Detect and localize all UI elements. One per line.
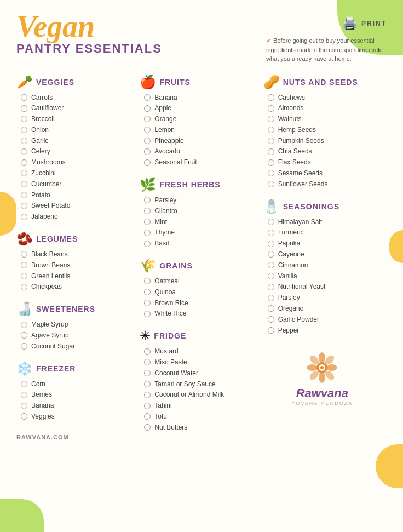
checkbox-circle[interactable] — [268, 148, 274, 155]
logo-name: Rawvana — [263, 386, 381, 401]
checkbox-circle[interactable] — [21, 381, 27, 387]
checkbox-circle[interactable] — [21, 392, 27, 398]
checkbox-circle[interactable] — [21, 214, 27, 220]
section-veggies-header: 🥕 VEGGIES — [16, 75, 134, 90]
page-footer: RAWVANA.COM — [16, 431, 134, 441]
checkbox-circle[interactable] — [268, 170, 274, 176]
checkbox-circle[interactable] — [144, 424, 151, 431]
checkbox-circle[interactable] — [21, 262, 27, 268]
list-item: Nut Butters — [144, 423, 257, 432]
check-icon: ✔ — [266, 37, 271, 44]
checkbox-circle[interactable] — [144, 289, 151, 295]
checkbox-circle[interactable] — [21, 181, 27, 187]
list-item: Coconut Sugar — [21, 342, 134, 351]
list-item: Onion — [21, 125, 134, 135]
list-item: Cilantro — [144, 207, 257, 216]
checkbox-circle[interactable] — [268, 181, 274, 187]
list-item: Mushrooms — [21, 158, 134, 167]
checkbox-circle[interactable] — [21, 192, 27, 198]
checkbox-circle[interactable] — [144, 241, 151, 247]
veggies-list: Carrots Cauliflower Broccoli Onion Garli… — [16, 93, 134, 222]
checkbox-circle[interactable] — [268, 316, 274, 323]
checkbox-circle[interactable] — [21, 116, 27, 122]
list-item: Veggies — [21, 412, 134, 421]
checkbox-circle[interactable] — [21, 170, 27, 176]
checkbox-circle[interactable] — [144, 300, 151, 306]
checkbox-circle[interactable] — [144, 278, 151, 284]
checkbox-circle[interactable] — [144, 105, 151, 112]
checkbox-circle[interactable] — [21, 403, 27, 409]
checkbox-circle[interactable] — [21, 273, 27, 279]
list-item: Pepper — [268, 326, 381, 335]
grains-list: Oatmeal Quinoa Brown Rice White Rice — [140, 277, 257, 318]
checkbox-circle[interactable] — [268, 105, 274, 112]
section-herbs-header: 🌿 FRESH HERBS — [140, 177, 257, 192]
checkbox-circle[interactable] — [21, 284, 27, 290]
logo-flower-icon — [306, 351, 338, 384]
list-item: Cauliflower — [21, 104, 134, 113]
checkbox-circle[interactable] — [268, 116, 274, 122]
checkbox-circle[interactable] — [21, 105, 27, 112]
checkbox-circle[interactable] — [144, 219, 151, 225]
list-item: Cayenne — [268, 250, 381, 259]
checkbox-circle[interactable] — [144, 348, 151, 355]
checkbox-circle[interactable] — [21, 251, 27, 258]
list-item: Brown Beans — [21, 261, 134, 270]
checkbox-circle[interactable] — [144, 359, 151, 365]
checkbox-circle[interactable] — [268, 284, 274, 290]
checkbox-circle[interactable] — [268, 219, 274, 225]
list-item: Sunflower Seeds — [268, 180, 381, 189]
checkbox-circle[interactable] — [268, 94, 274, 101]
checkbox-circle[interactable] — [268, 241, 274, 247]
checkbox-circle[interactable] — [144, 230, 151, 236]
checkbox-circle[interactable] — [268, 327, 274, 334]
checkbox-circle[interactable] — [21, 203, 27, 209]
fridge-list: Mustard Miso Paste Coconut Water Tamari … — [140, 347, 257, 432]
checkbox-circle[interactable] — [268, 295, 274, 301]
checkbox-circle[interactable] — [268, 305, 274, 312]
main-columns: 🥕 VEGGIES Carrots Cauliflower Broccoli O… — [16, 75, 387, 442]
list-item: Orange — [144, 115, 257, 124]
page-header: Vegan PANTRY ESSENTIALS 🖨️ PRINT ✔Before… — [16, 11, 387, 64]
checkbox-circle[interactable] — [21, 94, 27, 101]
section-sweeteners: 🍶 SWEETENERS Maple Syrup Agave Syrup Coc… — [16, 301, 134, 351]
checkbox-circle[interactable] — [144, 311, 151, 317]
title-pantry: PANTRY ESSENTIALS — [16, 42, 162, 56]
checkbox-circle[interactable] — [268, 127, 274, 133]
fruits-icon: 🍎 — [140, 75, 156, 90]
list-item: Lemon — [144, 125, 257, 135]
checkbox-circle[interactable] — [21, 413, 27, 420]
checkbox-circle[interactable] — [144, 116, 151, 122]
checkbox-circle[interactable] — [268, 230, 274, 236]
checkbox-circle[interactable] — [21, 322, 27, 328]
list-item: Broccoli — [21, 115, 134, 124]
checkbox-circle[interactable] — [144, 381, 151, 387]
checkbox-circle[interactable] — [144, 94, 151, 101]
checkbox-circle[interactable] — [144, 403, 151, 409]
checkbox-circle[interactable] — [21, 159, 27, 166]
checkbox-circle[interactable] — [268, 262, 274, 268]
checkbox-circle[interactable] — [21, 148, 27, 155]
checkbox-circle[interactable] — [144, 413, 151, 420]
checkbox-circle[interactable] — [144, 208, 151, 214]
checkbox-circle[interactable] — [21, 343, 27, 350]
checkbox-circle[interactable] — [144, 392, 151, 398]
column-3: 🥜 NUTS AND SEEDS Cashews Almonds Walnuts… — [263, 75, 387, 442]
freezer-icon: ❄️ — [16, 361, 33, 376]
print-label: PRINT — [361, 20, 387, 27]
checkbox-circle[interactable] — [21, 138, 27, 144]
checkbox-circle[interactable] — [268, 159, 274, 166]
checkbox-circle[interactable] — [268, 251, 274, 258]
checkbox-circle[interactable] — [144, 159, 151, 166]
section-freezer: ❄️ FREEZER Corn Berries Banana Veggies — [16, 361, 134, 421]
checkbox-circle[interactable] — [144, 197, 151, 203]
checkbox-circle[interactable] — [268, 273, 274, 279]
checkbox-circle[interactable] — [21, 127, 27, 133]
checkbox-circle[interactable] — [268, 138, 274, 144]
checkbox-circle[interactable] — [144, 127, 151, 133]
checkbox-circle[interactable] — [144, 370, 151, 376]
print-area[interactable]: 🖨️ PRINT — [342, 16, 387, 31]
checkbox-circle[interactable] — [144, 138, 151, 144]
checkbox-circle[interactable] — [144, 148, 151, 155]
checkbox-circle[interactable] — [21, 332, 27, 339]
